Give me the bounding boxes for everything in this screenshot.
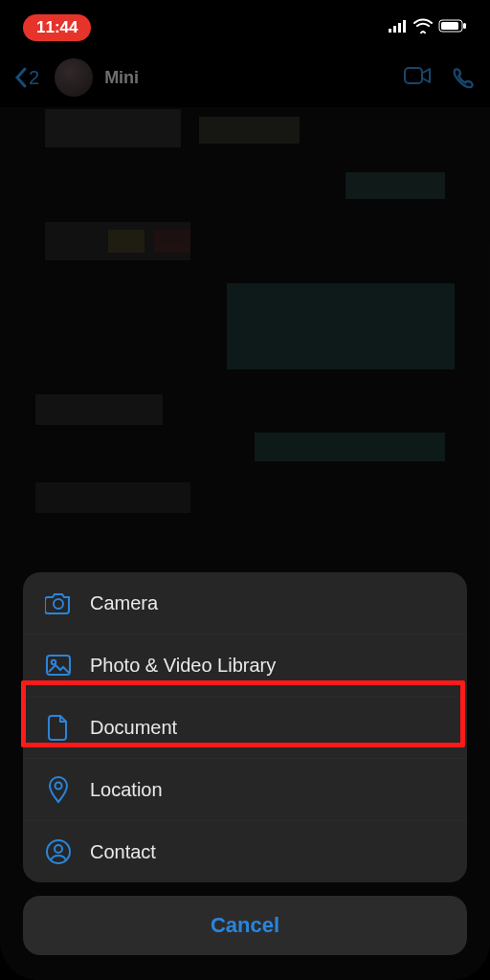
- voice-call-icon[interactable]: [450, 66, 477, 89]
- svg-rect-6: [463, 23, 466, 29]
- svg-point-11: [56, 783, 62, 790]
- option-label: Document: [90, 717, 177, 739]
- avatar[interactable]: [55, 58, 93, 97]
- location-pin-icon: [44, 775, 73, 804]
- svg-rect-9: [47, 656, 70, 675]
- status-bar: 11:44: [0, 0, 490, 48]
- svg-rect-1: [393, 26, 396, 33]
- svg-rect-3: [403, 20, 406, 33]
- svg-rect-2: [398, 23, 401, 33]
- option-label: Photo & Video Library: [90, 655, 276, 677]
- option-label: Camera: [90, 592, 158, 614]
- attachment-action-sheet: Camera Photo & Video Library Document Lo…: [23, 572, 467, 955]
- status-icons: [389, 18, 467, 37]
- video-call-icon[interactable]: [404, 66, 431, 89]
- svg-point-8: [54, 599, 63, 609]
- svg-point-13: [55, 845, 62, 853]
- photo-library-icon: [44, 651, 73, 679]
- svg-rect-0: [389, 29, 391, 33]
- attachment-option-location[interactable]: Location: [23, 758, 467, 820]
- attachment-options: Camera Photo & Video Library Document Lo…: [23, 572, 467, 882]
- back-count: 2: [29, 67, 39, 89]
- svg-rect-5: [441, 22, 458, 30]
- attachment-option-contact[interactable]: Contact: [23, 820, 467, 882]
- document-icon: [44, 713, 73, 742]
- chat-header: 2 Mini: [0, 48, 490, 107]
- back-button[interactable]: 2: [13, 66, 39, 89]
- attachment-option-camera[interactable]: Camera: [23, 572, 467, 634]
- battery-icon: [438, 19, 467, 36]
- svg-point-10: [52, 660, 56, 664]
- contact-meta[interactable]: Mini: [104, 68, 392, 88]
- svg-rect-7: [405, 68, 422, 83]
- contact-person-icon: [44, 837, 73, 866]
- attachment-option-library[interactable]: Photo & Video Library: [23, 634, 467, 696]
- contact-name: Mini: [104, 68, 392, 88]
- attachment-option-document[interactable]: Document: [23, 696, 467, 758]
- camera-icon: [44, 589, 73, 617]
- cancel-button[interactable]: Cancel: [23, 896, 467, 955]
- cellular-icon: [389, 19, 408, 36]
- option-label: Contact: [90, 841, 156, 863]
- option-label: Location: [90, 779, 163, 801]
- wifi-icon: [413, 18, 433, 37]
- chevron-left-icon: [13, 66, 29, 89]
- status-time-recording[interactable]: 11:44: [23, 14, 91, 41]
